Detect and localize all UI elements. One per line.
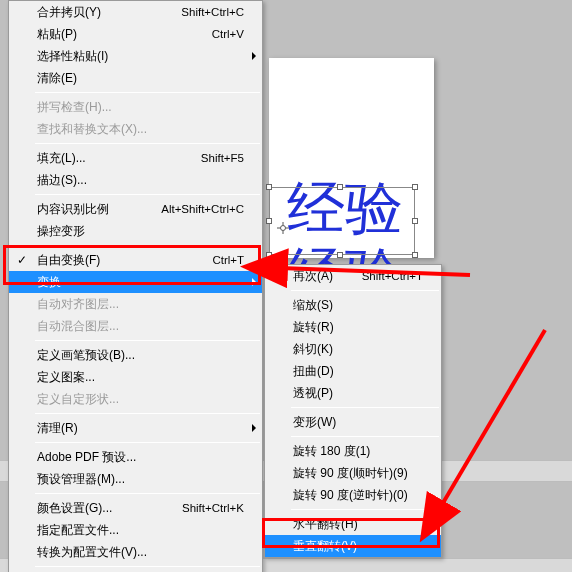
transform-submenu[interactable]: 再次(A)Shift+Ctrl+T缩放(S)旋转(R)斜切(K)扭曲(D)透视(… [264, 264, 442, 558]
main_menu-item-shortcut: Shift+Ctrl+K [182, 502, 244, 514]
main_menu-separator [35, 442, 260, 443]
sub_menu-item[interactable]: 扭曲(D) [265, 360, 441, 382]
submenu-arrow-icon [252, 52, 256, 60]
sub_menu-item-label: 扭曲(D) [293, 363, 423, 380]
handle-e[interactable] [412, 218, 418, 224]
sub_menu-item[interactable]: 缩放(S) [265, 294, 441, 316]
main_menu-item-shortcut: Alt+Shift+Ctrl+C [161, 203, 244, 215]
center-point-icon[interactable] [277, 222, 287, 232]
sub_menu-item-shortcut: Shift+Ctrl+T [362, 270, 423, 282]
main_menu-item-label: 自由变换(F) [37, 252, 212, 269]
main_menu-item-label: 描边(S)... [37, 172, 244, 189]
main_menu-item: 拼写检查(H)... [9, 96, 262, 118]
main_menu-item[interactable]: 粘贴(P)Ctrl+V [9, 23, 262, 45]
sub_menu-item-label: 旋转 90 度(逆时针)(0) [293, 487, 423, 504]
main_menu-item-label: 内容识别比例 [37, 201, 161, 218]
main_menu-item[interactable]: 合并拷贝(Y)Shift+Ctrl+C [9, 1, 262, 23]
sub_menu-item[interactable]: 旋转 90 度(顺时针)(9) [265, 462, 441, 484]
sub_menu-item-label: 斜切(K) [293, 341, 423, 358]
sub_menu-item-label: 再次(A) [293, 268, 362, 285]
handle-se[interactable] [412, 252, 418, 258]
main_menu-item-label: 合并拷贝(Y) [37, 4, 181, 21]
main_menu-item[interactable]: 选择性粘贴(I) [9, 45, 262, 67]
main_menu-item-label: 定义自定形状... [37, 391, 244, 408]
submenu-arrow-icon [252, 424, 256, 432]
sub_menu-item-label: 变形(W) [293, 414, 423, 431]
handle-sw[interactable] [266, 252, 272, 258]
sub_menu-item-label: 缩放(S) [293, 297, 423, 314]
main_menu-item: 自动混合图层... [9, 315, 262, 337]
main_menu-item[interactable]: 清除(E) [9, 67, 262, 89]
main_menu-item[interactable]: 指定配置文件... [9, 519, 262, 541]
main_menu-separator [35, 340, 260, 341]
main_menu-item-label: 清除(E) [37, 70, 244, 87]
main_menu-item-label: 粘贴(P) [37, 26, 212, 43]
main_menu-separator [35, 143, 260, 144]
main_menu-item[interactable]: ✓自由变换(F)Ctrl+T [9, 249, 262, 271]
main_menu-item-label: 转换为配置文件(V)... [37, 544, 244, 561]
main_menu-item-label: 自动对齐图层... [37, 296, 244, 313]
sub_menu-item[interactable]: 水平翻转(H) [265, 513, 441, 535]
sub_menu-item-label: 旋转 90 度(顺时针)(9) [293, 465, 423, 482]
handle-w[interactable] [266, 218, 272, 224]
main_menu-item-label: 填充(L)... [37, 150, 201, 167]
sub_menu-item[interactable]: 再次(A)Shift+Ctrl+T [265, 265, 441, 287]
main_menu-item[interactable]: Adobe PDF 预设... [9, 446, 262, 468]
sub_menu-item[interactable]: 旋转 180 度(1) [265, 440, 441, 462]
main_menu-item: 自动对齐图层... [9, 293, 262, 315]
main_menu-item[interactable]: 颜色设置(G)...Shift+Ctrl+K [9, 497, 262, 519]
main_menu-item: 查找和替换文本(X)... [9, 118, 262, 140]
sub_menu-item[interactable]: 变形(W) [265, 411, 441, 433]
main_menu-item: 定义自定形状... [9, 388, 262, 410]
submenu-arrow-icon [252, 278, 256, 286]
main_menu-item[interactable]: 预设管理器(M)... [9, 468, 262, 490]
main_menu-item[interactable]: 操控变形 [9, 220, 262, 242]
sub_menu-item-label: 透视(P) [293, 385, 423, 402]
main_menu-item[interactable]: 变换 [9, 271, 262, 293]
main_menu-item[interactable]: 定义图案... [9, 366, 262, 388]
main_menu-item-shortcut: Ctrl+T [212, 254, 244, 266]
main_menu-item-label: 清理(R) [37, 420, 244, 437]
handle-s[interactable] [337, 252, 343, 258]
main_menu-item-label: 颜色设置(G)... [37, 500, 182, 517]
main_menu-item[interactable]: 定义画笔预设(B)... [9, 344, 262, 366]
sub_menu-item[interactable]: 旋转(R) [265, 316, 441, 338]
sub_menu-item[interactable]: 透视(P) [265, 382, 441, 404]
sub_menu-item[interactable]: 垂直翻转(V) [265, 535, 441, 557]
sub_menu-separator [291, 509, 439, 510]
main_menu-separator [35, 493, 260, 494]
main_menu-item[interactable]: 转换为配置文件(V)... [9, 541, 262, 563]
main_menu-item-label: 预设管理器(M)... [37, 471, 244, 488]
main_menu-item[interactable]: 内容识别比例Alt+Shift+Ctrl+C [9, 198, 262, 220]
check-icon: ✓ [17, 253, 27, 267]
main_menu-item-label: 指定配置文件... [37, 522, 244, 539]
svg-point-0 [281, 226, 286, 231]
main_menu-separator [35, 566, 260, 567]
main_menu-item-shortcut: Shift+Ctrl+C [181, 6, 244, 18]
sub_menu-item-label: 水平翻转(H) [293, 516, 423, 533]
sub_menu-item-label: 旋转(R) [293, 319, 423, 336]
sub_menu-item[interactable]: 斜切(K) [265, 338, 441, 360]
main_menu-item-label: 变换 [37, 274, 244, 291]
transform-selection[interactable] [269, 187, 415, 255]
main_menu-item[interactable]: 清理(R) [9, 417, 262, 439]
main_menu-item-label: 拼写检查(H)... [37, 99, 244, 116]
sub_menu-separator [291, 290, 439, 291]
sub_menu-item[interactable]: 旋转 90 度(逆时针)(0) [265, 484, 441, 506]
main_menu-item-label: Adobe PDF 预设... [37, 449, 244, 466]
main_menu-item-label: 操控变形 [37, 223, 244, 240]
main_menu-item-shortcut: Ctrl+V [212, 28, 244, 40]
sub_menu-separator [291, 436, 439, 437]
main_menu-item-label: 定义画笔预设(B)... [37, 347, 244, 364]
sub_menu-item-label: 旋转 180 度(1) [293, 443, 423, 460]
main_menu-separator [35, 194, 260, 195]
main_menu-item-label: 自动混合图层... [37, 318, 244, 335]
handle-nw[interactable] [266, 184, 272, 190]
main_menu-item[interactable]: 填充(L)...Shift+F5 [9, 147, 262, 169]
handle-ne[interactable] [412, 184, 418, 190]
main_menu-item-shortcut: Shift+F5 [201, 152, 244, 164]
main_menu-separator [35, 92, 260, 93]
handle-n[interactable] [337, 184, 343, 190]
edit-context-menu[interactable]: 合并拷贝(Y)Shift+Ctrl+C粘贴(P)Ctrl+V选择性粘贴(I)清除… [8, 0, 263, 572]
main_menu-item[interactable]: 描边(S)... [9, 169, 262, 191]
